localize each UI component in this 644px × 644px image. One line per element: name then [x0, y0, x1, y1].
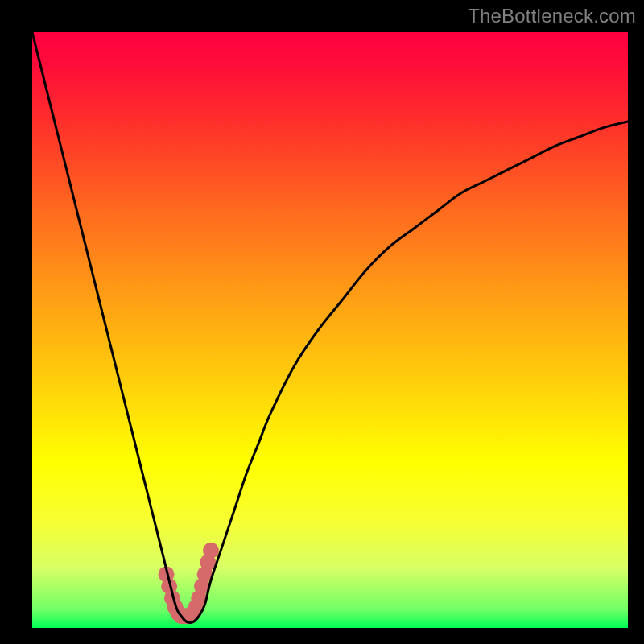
watermark-text: TheBottleneck.com — [468, 5, 636, 27]
gradient-background — [32, 32, 628, 628]
chart-frame: TheBottleneck.com — [0, 0, 644, 644]
bottom-dot — [203, 543, 219, 559]
bottleneck-chart — [32, 32, 628, 628]
plot-area — [32, 32, 628, 628]
